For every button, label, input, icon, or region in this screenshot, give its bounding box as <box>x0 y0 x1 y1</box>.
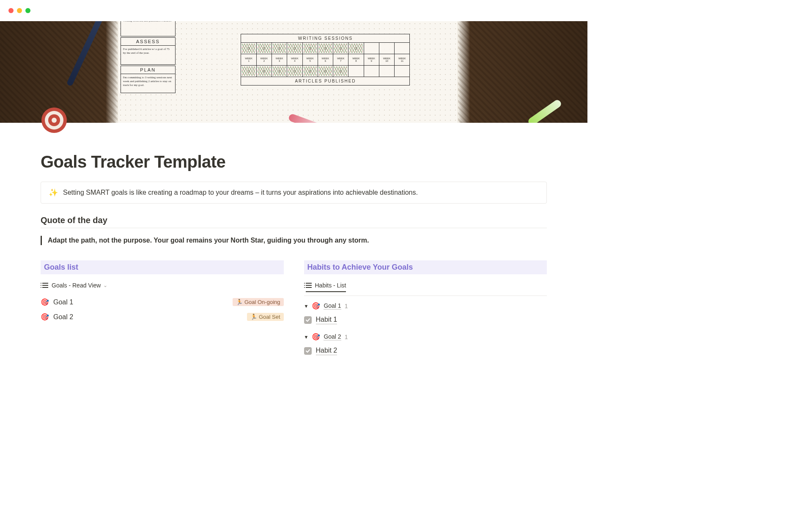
habit-row[interactable]: Habit 1 <box>304 313 547 327</box>
cover-grid-cell: 2 <box>257 43 272 54</box>
cover-week-cell: WEEK9 <box>364 54 379 65</box>
cover-grid-cell: 0 <box>257 66 272 77</box>
cover-grid-cell: 2 <box>287 43 302 54</box>
page-title[interactable]: Goals Tracker Template <box>41 152 547 171</box>
close-window-button[interactable] <box>8 8 14 13</box>
callout-text: Setting SMART goals is like creating a r… <box>63 189 418 196</box>
cover-week-cell: WEEK3 <box>272 54 287 65</box>
cover-grid-cell: 3 <box>241 43 256 54</box>
cover-box-title: PLAN <box>121 66 175 74</box>
cover-week-cell: WEEK8 <box>348 54 364 65</box>
two-column-layout: Goals list Goals - Read View ⌄ 🎯Goal 1🏃 … <box>41 260 547 358</box>
callout-block[interactable]: ✨ Setting SMART goals is like creating a… <box>41 182 547 204</box>
sparkles-icon: ✨ <box>49 189 58 196</box>
habit-group-header[interactable]: ▼🎯Goal 11 <box>304 296 547 313</box>
cover-grid-cell <box>379 43 395 54</box>
cover-marker-green <box>527 99 562 123</box>
habits-column: Habits to Achieve Your Goals Habits - Li… <box>304 260 547 358</box>
habits-view-tab[interactable]: Habits - List <box>306 282 346 292</box>
cover-grid-cell: 3 <box>303 43 318 54</box>
target-icon: 🎯 <box>41 313 49 321</box>
goal-status-tag: 🏃 Goal On-going <box>233 298 283 306</box>
cover-grid-cell <box>379 66 395 77</box>
cover-grid-cell <box>348 66 364 77</box>
quote-text: Adapt the path, not the purpose. Your go… <box>48 237 369 244</box>
cover-grid-cell <box>364 66 379 77</box>
target-icon <box>41 107 68 134</box>
cover-week-cell: WEEK7 <box>333 54 348 65</box>
page-cover[interactable]: Writing sessions, and published 1 articl… <box>0 21 587 123</box>
habits-list: ▼🎯Goal 11Habit 1▼🎯Goal 21Habit 2 <box>304 296 547 358</box>
quote-heading[interactable]: Quote of the day <box>41 215 547 225</box>
check-icon <box>305 318 310 323</box>
habits-view-tabs: Habits - List <box>304 279 547 296</box>
goals-db-title[interactable]: Goals list <box>41 260 284 274</box>
cover-grid-cell: 3 <box>318 43 333 54</box>
habit-group-label[interactable]: Goal 2 <box>324 333 341 340</box>
cover-week-cell: WEEK10 <box>379 54 395 65</box>
habit-group-header[interactable]: ▼🎯Goal 21 <box>304 327 547 344</box>
goal-name[interactable]: Goal 2 <box>53 313 73 321</box>
cover-week-cell: WEEK1 <box>241 54 256 65</box>
cover-box-body: Writing sessions, and published 1 articl… <box>121 21 175 36</box>
check-icon <box>305 348 310 353</box>
window-controls <box>0 0 587 21</box>
habit-name[interactable]: Habit 1 <box>316 316 337 324</box>
cover-week-cell: WEEK2 <box>257 54 272 65</box>
page-content: Goals Tracker Template ✨ Setting SMART g… <box>0 123 587 358</box>
cover-journal-left: Writing sessions, and published 1 articl… <box>121 21 176 94</box>
cover-week-cell: WEEK4 <box>287 54 302 65</box>
goals-view-tabs: Goals - Read View ⌄ <box>41 279 284 295</box>
minimize-window-button[interactable] <box>17 8 22 13</box>
habits-view-label: Habits - List <box>315 282 346 289</box>
cover-grid-cell <box>364 43 379 54</box>
cover-week-cell: WEEK11 <box>395 54 409 65</box>
cover-box-body: I'm committing to 3 writing sessions nex… <box>121 74 175 93</box>
goal-row[interactable]: 🎯Goal 1🏃 Goal On-going <box>41 295 284 309</box>
goal-row[interactable]: 🎯Goal 2🏃 Goal Set <box>41 309 284 324</box>
target-icon: 🎯 <box>41 298 49 306</box>
target-icon: 🎯 <box>312 333 320 341</box>
page-icon[interactable] <box>41 107 68 134</box>
goals-view-selector[interactable]: Goals - Read View ⌄ <box>42 282 107 291</box>
cover-grid-cell: 1 <box>333 43 348 54</box>
habit-group-count: 1 <box>345 334 348 340</box>
list-icon <box>42 282 49 289</box>
cover-grid-cell: 2 <box>272 43 287 54</box>
toggle-triangle-icon[interactable]: ▼ <box>304 304 309 309</box>
list-icon <box>306 282 313 289</box>
cover-grid-cell: 2 <box>303 66 318 77</box>
cover-grid-title: WRITING SESSIONS <box>241 34 409 43</box>
goals-view-label: Goals - Read View <box>52 282 101 289</box>
goals-list: 🎯Goal 1🏃 Goal On-going🎯Goal 2🏃 Goal Set <box>41 295 284 324</box>
cover-grid-cell: 1 <box>241 66 256 77</box>
cover-grid-cell <box>395 66 409 77</box>
toggle-triangle-icon[interactable]: ▼ <box>304 334 309 340</box>
goal-name[interactable]: Goal 1 <box>53 298 73 306</box>
habit-group-count: 1 <box>345 303 348 309</box>
cover-grid-cell: 1 <box>287 66 302 77</box>
habit-name[interactable]: Habit 2 <box>316 347 337 355</box>
cover-grid-cell <box>395 43 409 54</box>
cover-box-title: ASSESS <box>121 38 175 46</box>
quote-block[interactable]: Adapt the path, not the purpose. Your go… <box>41 236 547 245</box>
habit-row[interactable]: Habit 2 <box>304 344 547 358</box>
cover-pen <box>66 21 104 87</box>
habit-checkbox[interactable] <box>304 347 312 355</box>
cover-grid-cell: 2 <box>348 43 364 54</box>
habit-group-label[interactable]: Goal 1 <box>324 302 341 309</box>
cover-grid-cell: 0 <box>318 66 333 77</box>
target-icon: 🎯 <box>312 302 320 310</box>
cover-journal-grid: WRITING SESSIONS 32223312 WEEK1WEEK2WEEK… <box>241 34 410 86</box>
goal-status-tag: 🏃 Goal Set <box>247 313 283 321</box>
habit-checkbox[interactable] <box>304 316 312 324</box>
svg-point-3 <box>52 118 57 123</box>
cover-grid-cell: 1 <box>272 66 287 77</box>
chevron-down-icon: ⌄ <box>103 282 107 288</box>
cover-grid-cell: 1 <box>333 66 348 77</box>
cover-grid-footer: ARTICLES PUBLISHED <box>241 77 409 85</box>
goals-column: Goals list Goals - Read View ⌄ 🎯Goal 1🏃 … <box>41 260 284 358</box>
habits-db-title[interactable]: Habits to Achieve Your Goals <box>304 260 547 274</box>
divider <box>41 228 547 228</box>
maximize-window-button[interactable] <box>25 8 30 13</box>
